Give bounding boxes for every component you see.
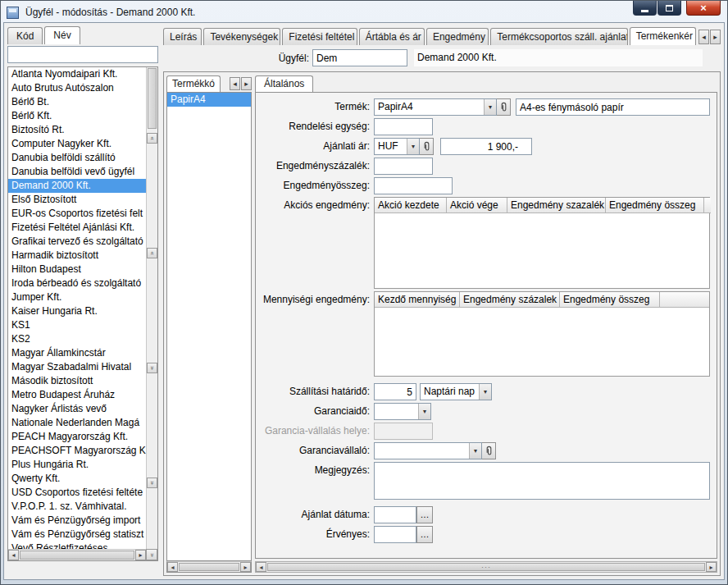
- customer-list-hscrollbar[interactable]: ◂ ▸: [8, 549, 146, 560]
- engedmeny-szazalek-input[interactable]: [374, 158, 433, 175]
- chevron-down-icon[interactable]: ▾: [469, 443, 481, 459]
- tab-altalanos[interactable]: Általános: [255, 75, 313, 92]
- customer-list-item[interactable]: Nagyker Árlistás vevő: [8, 402, 146, 416]
- product-list-hscrollbar[interactable]: ◂ ▸: [166, 561, 252, 573]
- customer-list-item[interactable]: Harmadik biztosított: [8, 249, 146, 263]
- fast-scroll-up-button[interactable]: »: [147, 248, 157, 258]
- customer-list-item[interactable]: Magyar Szabadalmi Hivatal: [8, 360, 146, 374]
- tab-tevékenységek[interactable]: Tevékenységek: [203, 28, 280, 45]
- scroll-right-button[interactable]: ▸: [706, 562, 717, 572]
- fast-scroll-down-button[interactable]: »: [147, 478, 157, 488]
- scroll-left-button[interactable]: ◂: [8, 550, 19, 560]
- customer-list-item[interactable]: Vám és Pénzügyőrség statiszt: [8, 528, 146, 542]
- customer-list-item[interactable]: V.P.O.P. 1. sz. Vámhivatal.: [8, 500, 146, 514]
- scroll-right-button[interactable]: ▸: [240, 562, 251, 572]
- tab-ártábla-és-ár[interactable]: Ártábla és ár: [359, 28, 425, 45]
- customer-list-item[interactable]: Grafikai tervező és szolgáltató: [8, 235, 146, 249]
- tab-nev[interactable]: Név: [44, 26, 80, 44]
- garanciavallalo-attach-button[interactable]: [482, 442, 496, 459]
- fast-scroll-up-button[interactable]: »: [147, 133, 157, 144]
- minimize-button[interactable]: [633, 1, 657, 16]
- ajanlat-datuma-picker-button[interactable]: …: [416, 506, 433, 523]
- customer-list-item[interactable]: Qwerty Kft.: [8, 472, 146, 486]
- termek-attach-button[interactable]: [497, 98, 511, 116]
- ervenyes-picker-button[interactable]: …: [416, 526, 433, 543]
- customer-list-vscrollbar[interactable]: » » » »: [146, 67, 157, 549]
- column-header[interactable]: Engedmény szazalék: [507, 198, 606, 213]
- column-header[interactable]: Engedmény összeg: [606, 198, 704, 213]
- tabs-scroll-right-button[interactable]: ▸: [710, 30, 721, 44]
- szallitasi-unit-combo[interactable]: Naptári nap ▾: [420, 383, 492, 400]
- tab-engedmény[interactable]: Engedmény: [426, 28, 489, 45]
- tab-leírás[interactable]: Leírás: [163, 28, 202, 45]
- customer-list-item[interactable]: Demand 2000 Kft.: [8, 179, 146, 193]
- customer-list-item[interactable]: Nationale Nederlanden Magá: [8, 416, 146, 430]
- hscroll-thumb[interactable]: [20, 551, 134, 560]
- customer-list-item[interactable]: Auto Brutus Autószalon: [8, 81, 146, 95]
- termek-name-input[interactable]: [516, 98, 710, 116]
- akcios-grid-body[interactable]: [375, 213, 709, 288]
- ervenyes-input[interactable]: [374, 526, 416, 543]
- customer-list-item[interactable]: Atlanta Nyomdaipari Kft.: [8, 67, 146, 81]
- chevron-down-icon[interactable]: ▾: [407, 139, 419, 154]
- tab-fizetési-feltétel[interactable]: Fizetési feltétel: [282, 28, 357, 45]
- customer-list-item[interactable]: Bérlő Bt.: [8, 95, 146, 109]
- customer-list-item[interactable]: Első Biztosított: [8, 193, 146, 207]
- column-header[interactable]: Akció kezdete: [375, 198, 447, 213]
- customer-list-item[interactable]: EUR-os Csoportos fizetési felt: [8, 207, 146, 221]
- tabs-scroll-left-button[interactable]: ◂: [698, 30, 709, 44]
- customer-list-item[interactable]: PEACHSOFT Magyarország K: [8, 444, 146, 458]
- hscroll-thumb[interactable]: ···: [267, 563, 705, 571]
- akcios-grid[interactable]: Akció kezdeteAkció végeEngedmény szazalé…: [374, 197, 710, 289]
- chevron-down-icon[interactable]: ▾: [418, 404, 430, 419]
- chevron-down-icon[interactable]: ▾: [479, 384, 491, 400]
- customer-list-item[interactable]: USD Csoportos fizetési feltéte: [8, 486, 146, 500]
- mennyisegi-grid-body[interactable]: [375, 308, 709, 376]
- scroll-left-button[interactable]: ◂: [167, 562, 178, 572]
- customer-list-item[interactable]: Computer Nagyker Kft.: [8, 137, 146, 151]
- customer-code-input[interactable]: [312, 49, 407, 66]
- customer-list-item[interactable]: Jumper Kft.: [8, 290, 146, 304]
- scroll-page-down-button[interactable]: »: [146, 549, 157, 560]
- column-header[interactable]: Engedmény összeg: [560, 292, 660, 308]
- garanciaido-combo[interactable]: ▾: [374, 403, 431, 420]
- engedmeny-osszeg-input[interactable]: [374, 177, 453, 194]
- product-tabs-scroll-right-button[interactable]: ▸: [241, 77, 252, 90]
- customer-list-item[interactable]: Biztosító Rt.: [8, 123, 146, 137]
- ajanlat-datuma-input[interactable]: [374, 506, 416, 523]
- titlebar[interactable]: Ügyfél - módosítás - Demand 2000 Kft.: [3, 1, 725, 22]
- customer-list-item[interactable]: KS2: [8, 332, 146, 346]
- customer-list-item[interactable]: Plus Hungária Rt.: [8, 458, 146, 472]
- scroll-right-button[interactable]: ▸: [135, 550, 146, 560]
- scroll-left-button[interactable]: ◂: [256, 562, 266, 572]
- chevron-down-icon[interactable]: ▾: [484, 99, 496, 115]
- ajanlati-ar-input[interactable]: [440, 138, 532, 155]
- rendelesi-egyseg-input[interactable]: [374, 118, 433, 135]
- hscroll-thumb[interactable]: [179, 563, 239, 571]
- currency-combo[interactable]: HUF ▾: [374, 138, 420, 155]
- close-button[interactable]: ×: [686, 1, 721, 16]
- fast-scroll-down-button[interactable]: »: [147, 363, 157, 373]
- megjegyzes-textarea[interactable]: [374, 462, 710, 500]
- garanciavallalo-combo[interactable]: ▾: [374, 442, 482, 459]
- tab-termékenkér[interactable]: Termékenkér: [630, 27, 696, 45]
- customer-list-item[interactable]: Metro Budapest Áruház: [8, 388, 146, 402]
- customer-list-item[interactable]: Fizetési Feltétel Ajánlási Kft.: [8, 221, 146, 235]
- product-tabs-scroll-left-button[interactable]: ◂: [230, 77, 240, 90]
- customer-list-item[interactable]: Bérlő Kft.: [8, 109, 146, 123]
- column-header[interactable]: Kezdő mennyiség: [375, 292, 460, 308]
- tab-termekkod[interactable]: Termékkó: [166, 75, 221, 92]
- tab-termékcsoportos-száll-ajánlat[interactable]: Termékcsoportos száll. ajánlat: [490, 28, 627, 45]
- customer-list-item[interactable]: Danubia belföldi vevő ügyfél: [8, 165, 146, 179]
- customer-list-item[interactable]: Iroda bérbeadó és szolgáltató: [8, 277, 146, 290]
- vscroll-thumb[interactable]: [148, 68, 157, 129]
- column-header[interactable]: Engedmény százalek: [460, 292, 560, 308]
- maximize-button[interactable]: [657, 1, 681, 16]
- customer-list-item[interactable]: PEACH Magyarország Kft.: [8, 430, 146, 444]
- customer-list-item[interactable]: Vevő Részletfizetéses: [8, 542, 146, 549]
- currency-attach-button[interactable]: [420, 138, 434, 155]
- customer-list-item[interactable]: Második biztosított: [8, 374, 146, 388]
- mennyisegi-grid[interactable]: Kezdő mennyiségEngedmény százalekEngedmé…: [374, 291, 710, 377]
- column-header[interactable]: Akció vége: [447, 198, 507, 213]
- customer-list-item[interactable]: Kaiser Hungaria Rt.: [8, 304, 146, 318]
